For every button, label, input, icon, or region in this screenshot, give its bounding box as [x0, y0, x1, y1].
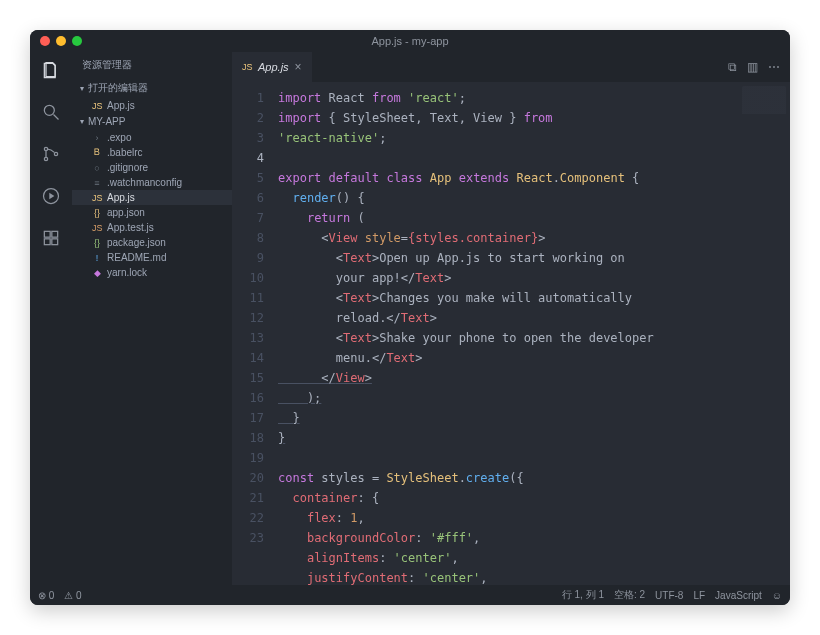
file-item[interactable]: {}app.json [72, 205, 232, 220]
open-editor-item[interactable]: JSApp.js [72, 98, 232, 113]
body: 资源管理器 打开的编辑器 JSApp.js MY-APP ›.expoᏴ.bab… [30, 52, 790, 585]
tab-app-js[interactable]: JS App.js × [232, 52, 312, 82]
status-indent[interactable]: 空格: 2 [614, 588, 645, 602]
explorer-icon[interactable] [41, 60, 61, 84]
svg-point-4 [54, 152, 57, 155]
file-item[interactable]: JSApp.js [72, 190, 232, 205]
status-cursor-pos[interactable]: 行 1, 列 1 [562, 588, 604, 602]
file-item[interactable]: ○.gitignore [72, 160, 232, 175]
file-item[interactable]: JSApp.test.js [72, 220, 232, 235]
debug-icon[interactable] [41, 186, 61, 210]
split-editor-icon[interactable]: ⧉ [728, 60, 737, 74]
sidebar-title: 资源管理器 [72, 52, 232, 78]
tab-bar: JS App.js × ⧉ ▥ ⋯ [232, 52, 790, 82]
tab-label: App.js [258, 61, 289, 73]
window-title: App.js - my-app [30, 35, 790, 47]
file-item[interactable]: ›.expo [72, 130, 232, 145]
status-language[interactable]: JavaScript [715, 590, 762, 601]
file-item[interactable]: !README.md [72, 250, 232, 265]
file-item[interactable]: ◆yarn.lock [72, 265, 232, 280]
editor-main: JS App.js × ⧉ ▥ ⋯ 1234567891011121314151… [232, 52, 790, 585]
tab-actions: ⧉ ▥ ⋯ [728, 52, 790, 82]
open-editors-header[interactable]: 打开的编辑器 [72, 78, 232, 98]
open-editors-list: JSApp.js [72, 98, 232, 113]
status-feedback-icon[interactable]: ☺ [772, 590, 782, 601]
status-warnings[interactable]: ⚠ 0 [64, 590, 81, 601]
status-errors[interactable]: ⊗ 0 [38, 590, 54, 601]
layout-icon[interactable]: ▥ [747, 60, 758, 74]
project-header[interactable]: MY-APP [72, 113, 232, 130]
svg-point-0 [44, 105, 54, 115]
file-item[interactable]: Ᏼ.babelrc [72, 145, 232, 160]
status-bar: ⊗ 0 ⚠ 0 行 1, 列 1 空格: 2 UTF-8 LF JavaScri… [30, 585, 790, 605]
svg-point-3 [44, 157, 47, 160]
line-gutter: 1234567891011121314151617181920212223 [232, 82, 274, 585]
file-tree: ›.expoᏴ.babelrc○.gitignore≡.watchmanconf… [72, 130, 232, 280]
titlebar: App.js - my-app [30, 30, 790, 52]
more-actions-icon[interactable]: ⋯ [768, 60, 780, 74]
svg-rect-6 [44, 231, 50, 237]
file-item[interactable]: {}package.json [72, 235, 232, 250]
source-control-icon[interactable] [41, 144, 61, 168]
sidebar: 资源管理器 打开的编辑器 JSApp.js MY-APP ›.expoᏴ.bab… [72, 52, 232, 585]
search-icon[interactable] [41, 102, 61, 126]
svg-rect-7 [52, 231, 58, 237]
extensions-icon[interactable] [41, 228, 61, 252]
code-area[interactable]: import React from 'react';import { Style… [274, 82, 790, 585]
svg-point-2 [44, 147, 47, 150]
activity-bar [30, 52, 72, 585]
svg-line-1 [54, 115, 59, 120]
code-editor[interactable]: 1234567891011121314151617181920212223 im… [232, 82, 790, 585]
status-eol[interactable]: LF [693, 590, 705, 601]
editor-window: App.js - my-app 资源管理器 打开的编辑器 JSApp.js MY… [30, 30, 790, 605]
status-encoding[interactable]: UTF-8 [655, 590, 683, 601]
tab-file-icon: JS [242, 62, 252, 72]
file-item[interactable]: ≡.watchmanconfig [72, 175, 232, 190]
close-tab-icon[interactable]: × [295, 60, 302, 74]
minimap[interactable] [742, 86, 786, 156]
svg-rect-8 [44, 239, 50, 245]
svg-rect-9 [52, 239, 58, 245]
